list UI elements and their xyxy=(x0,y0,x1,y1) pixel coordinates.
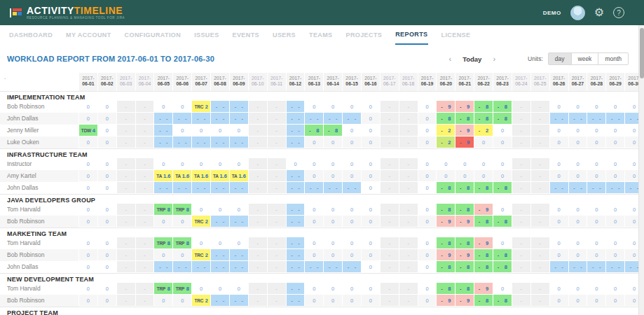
day-cell[interactable]: 0 xyxy=(343,216,362,227)
day-cell[interactable]: 0 xyxy=(324,170,343,182)
day-cell[interactable]: 0 xyxy=(418,125,437,136)
day-cell[interactable]: -- xyxy=(211,249,230,261)
day-cell[interactable]: 0 xyxy=(192,204,211,216)
day-cell[interactable]: 0 xyxy=(98,237,117,249)
day-cell[interactable]: 0 xyxy=(606,170,625,182)
day-cell[interactable]: 0 xyxy=(362,158,381,170)
day-cell[interactable]: 0 xyxy=(550,170,569,182)
day-cell[interactable]: -8 xyxy=(455,204,474,216)
day-cell[interactable]: 0 xyxy=(587,125,606,136)
day-cell[interactable]: 0 xyxy=(79,101,98,113)
day-cell[interactable]: TRC2 xyxy=(192,249,211,261)
day-cell[interactable]: - xyxy=(512,101,531,113)
day-cell[interactable]: -9 xyxy=(437,101,455,113)
day-cell[interactable]: - xyxy=(399,182,418,194)
day-cell[interactable]: 0 xyxy=(362,216,381,227)
day-cell[interactable]: - xyxy=(512,283,531,295)
day-cell[interactable]: - xyxy=(268,237,287,249)
day-cell[interactable]: 0 xyxy=(98,261,117,273)
day-cell[interactable]: 0 xyxy=(493,237,512,249)
user-avatar[interactable] xyxy=(570,6,585,20)
day-cell[interactable]: - xyxy=(531,261,550,273)
day-cell[interactable]: -9 xyxy=(474,283,493,295)
day-cell[interactable]: -2 xyxy=(437,125,455,136)
day-cell[interactable]: -9 xyxy=(474,237,493,249)
day-cell[interactable]: - xyxy=(381,249,399,261)
day-cell[interactable]: 0 xyxy=(493,204,512,216)
day-cell[interactable]: - xyxy=(249,113,268,125)
day-cell[interactable]: - xyxy=(381,204,399,216)
day-cell[interactable]: 0 xyxy=(79,237,98,249)
day-cell[interactable]: 0 xyxy=(343,295,362,307)
day-cell[interactable]: - xyxy=(512,158,531,170)
day-cell[interactable]: 0 xyxy=(211,125,230,136)
day-cell[interactable]: 0 xyxy=(343,170,362,182)
day-cell[interactable]: 0 xyxy=(493,136,512,148)
day-cell[interactable]: 0 xyxy=(493,125,512,136)
day-cell[interactable]: TRP8 xyxy=(154,237,173,249)
day-cell[interactable]: - xyxy=(249,182,268,194)
day-cell[interactable]: - xyxy=(512,113,531,125)
day-cell[interactable]: 0 xyxy=(493,158,512,170)
day-cell[interactable]: TRP8 xyxy=(154,204,173,216)
day-cell[interactable]: 0 xyxy=(550,204,569,216)
day-cell[interactable]: 0 xyxy=(587,158,606,170)
day-cell[interactable]: - xyxy=(268,170,287,182)
day-cell[interactable]: 0 xyxy=(606,283,625,295)
day-cell[interactable]: -- xyxy=(154,182,173,194)
day-cell[interactable]: 0 xyxy=(343,125,362,136)
day-cell[interactable]: 0 xyxy=(418,182,437,194)
day-cell[interactable]: 0 xyxy=(343,249,362,261)
day-cell[interactable]: -8 xyxy=(437,204,455,216)
nav-item-projects[interactable]: PROJECTS xyxy=(346,26,383,44)
day-cell[interactable]: 0 xyxy=(418,283,437,295)
day-cell[interactable]: - xyxy=(136,113,155,125)
person-name[interactable]: Instructor xyxy=(0,158,79,170)
day-cell[interactable]: -8 xyxy=(305,125,324,136)
unit-button-week[interactable]: week xyxy=(571,52,599,65)
day-cell[interactable]: -- xyxy=(324,182,343,194)
day-cell[interactable]: TA1.6 xyxy=(173,170,192,182)
day-cell[interactable]: -- xyxy=(211,295,230,307)
day-cell[interactable]: 0 xyxy=(569,249,588,261)
day-cell[interactable]: -- xyxy=(211,101,230,113)
day-cell[interactable]: 0 xyxy=(98,216,117,227)
day-cell[interactable]: 0 xyxy=(324,101,343,113)
day-cell[interactable]: 0 xyxy=(324,158,343,170)
nav-item-teams[interactable]: TEAMS xyxy=(309,26,333,44)
day-cell[interactable]: 0 xyxy=(587,216,606,227)
day-cell[interactable]: - xyxy=(531,113,550,125)
day-cell[interactable]: -8 xyxy=(437,237,455,249)
day-cell[interactable]: - xyxy=(512,182,531,194)
day-cell[interactable]: -8 xyxy=(493,261,512,273)
nav-item-events[interactable]: EVENTS xyxy=(233,26,259,44)
day-cell[interactable]: - xyxy=(399,113,418,125)
day-cell[interactable]: -- xyxy=(211,136,230,148)
person-name[interactable]: Bob Robinson xyxy=(0,249,79,261)
day-cell[interactable]: - xyxy=(531,182,550,194)
person-name[interactable]: Bob Robinson xyxy=(0,295,79,307)
day-cell[interactable]: - xyxy=(381,261,399,273)
day-cell[interactable]: - xyxy=(268,136,287,148)
day-cell[interactable]: 0 xyxy=(418,216,437,227)
day-cell[interactable]: - xyxy=(512,295,531,307)
day-cell[interactable]: -2 xyxy=(437,136,455,148)
day-cell[interactable]: - xyxy=(399,158,418,170)
day-cell[interactable]: 0 xyxy=(98,249,117,261)
day-cell[interactable]: TRP8 xyxy=(173,204,192,216)
day-cell[interactable]: 0 xyxy=(569,125,588,136)
day-cell[interactable]: 0 xyxy=(98,295,117,307)
day-cell[interactable]: - xyxy=(249,125,268,136)
day-cell[interactable]: 0 xyxy=(569,204,588,216)
day-cell[interactable]: - xyxy=(531,204,550,216)
day-cell[interactable]: -- xyxy=(287,170,306,182)
day-cell[interactable]: 0 xyxy=(569,237,588,249)
day-cell[interactable]: - xyxy=(399,261,418,273)
day-cell[interactable]: -- xyxy=(154,136,173,148)
day-cell[interactable]: - xyxy=(249,170,268,182)
day-cell[interactable]: - xyxy=(249,216,268,227)
day-cell[interactable]: - xyxy=(117,261,136,273)
day-cell[interactable]: -9 xyxy=(455,136,474,148)
day-cell[interactable]: 0 xyxy=(211,237,230,249)
day-cell[interactable]: 0 xyxy=(230,125,249,136)
